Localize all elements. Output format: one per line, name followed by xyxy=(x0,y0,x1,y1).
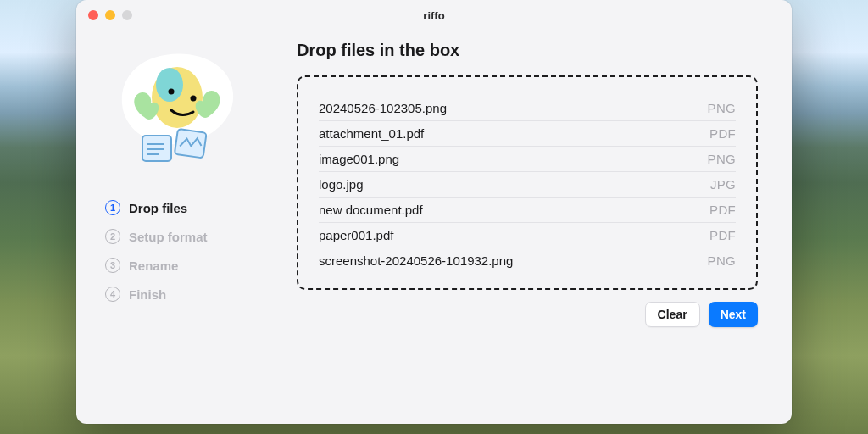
sidebar: 1 Drop files 2 Setup format 3 Rename 4 F… xyxy=(76,31,297,424)
file-row[interactable]: new document.pdf PDF xyxy=(319,198,736,223)
step-number-icon: 1 xyxy=(105,200,120,215)
file-type-badge: PNG xyxy=(708,253,736,268)
clear-button[interactable]: Clear xyxy=(645,302,700,327)
app-window: riffo xyxy=(76,0,792,424)
file-name: 20240526-102305.png xyxy=(319,101,447,115)
file-type-badge: PDF xyxy=(709,228,736,242)
file-type-badge: PNG xyxy=(708,101,736,115)
steps-list: 1 Drop files 2 Setup format 3 Rename 4 F… xyxy=(105,200,276,302)
desktop-background: riffo xyxy=(0,0,868,434)
close-icon[interactable] xyxy=(88,10,98,20)
file-type-badge: PDF xyxy=(709,126,736,141)
step-setup-format[interactable]: 2 Setup format xyxy=(105,229,276,244)
step-label: Drop files xyxy=(129,201,187,215)
page-heading: Drop files in the box xyxy=(297,41,758,60)
file-name: new document.pdf xyxy=(319,203,423,217)
maximize-icon[interactable] xyxy=(122,10,132,20)
svg-point-1 xyxy=(156,68,183,102)
window-controls xyxy=(88,10,132,20)
file-name: image001.png xyxy=(319,152,399,166)
window-title: riffo xyxy=(423,9,444,22)
file-row[interactable]: image001.png PNG xyxy=(319,147,736,172)
minimize-icon[interactable] xyxy=(105,10,115,20)
file-type-badge: JPG xyxy=(710,177,736,192)
step-finish[interactable]: 4 Finish xyxy=(105,287,276,302)
file-type-badge: PDF xyxy=(709,203,736,217)
window-body: 1 Drop files 2 Setup format 3 Rename 4 F… xyxy=(76,31,792,424)
step-rename[interactable]: 3 Rename xyxy=(105,258,276,273)
step-number-icon: 2 xyxy=(105,229,120,244)
file-type-badge: PNG xyxy=(708,152,736,166)
next-button[interactable]: Next xyxy=(709,302,758,327)
file-row[interactable]: attachment_01.pdf PDF xyxy=(319,121,736,147)
file-row[interactable]: logo.jpg JPG xyxy=(319,172,736,198)
file-row[interactable]: 20240526-102305.png PNG xyxy=(319,96,736,121)
svg-point-2 xyxy=(169,89,175,95)
file-row[interactable]: screenshot-20240526-101932.png PNG xyxy=(319,248,736,273)
step-drop-files[interactable]: 1 Drop files xyxy=(105,200,276,215)
step-label: Finish xyxy=(129,287,166,302)
file-name: logo.jpg xyxy=(319,177,364,192)
titlebar[interactable]: riffo xyxy=(76,0,792,31)
file-name: paper001.pdf xyxy=(319,228,393,242)
mascot-illustration xyxy=(105,51,249,170)
file-name: attachment_01.pdf xyxy=(319,126,424,141)
file-row[interactable]: paper001.pdf PDF xyxy=(319,223,736,248)
file-name: screenshot-20240526-101932.png xyxy=(319,253,513,268)
step-number-icon: 4 xyxy=(105,287,120,302)
action-buttons: Clear Next xyxy=(297,302,758,327)
step-label: Rename xyxy=(129,259,178,273)
main-panel: Drop files in the box 20240526-102305.pn… xyxy=(297,31,792,424)
svg-point-3 xyxy=(191,96,197,102)
step-label: Setup format xyxy=(129,230,208,244)
file-dropzone[interactable]: 20240526-102305.png PNG attachment_01.pd… xyxy=(297,75,758,290)
step-number-icon: 3 xyxy=(105,258,120,273)
